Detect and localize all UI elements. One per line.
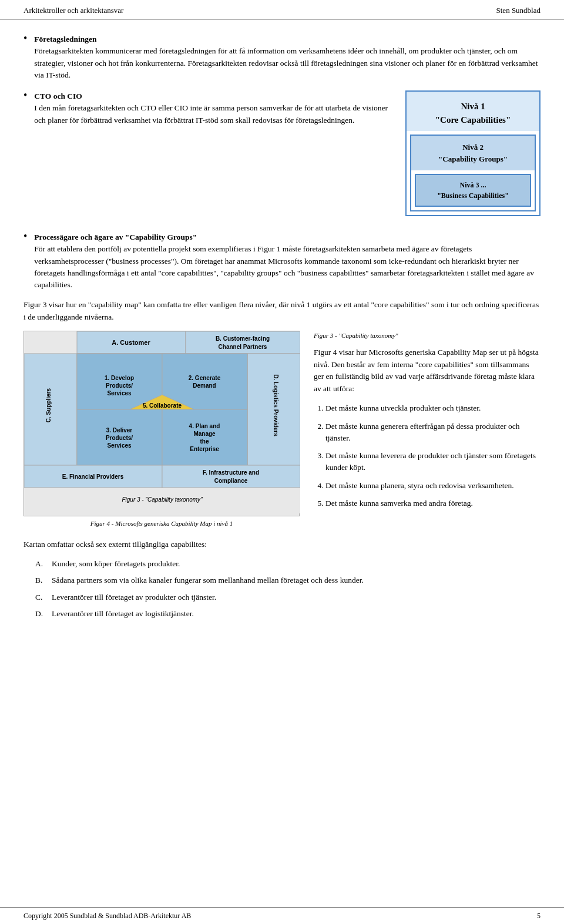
- cto-body: I den mån företagsarkitekten och CTO ell…: [34, 103, 388, 124]
- alpha-label-b: B.: [35, 574, 46, 586]
- fig4-list-item-3: Det måste kunna leverera de produkter oc…: [325, 450, 540, 474]
- svg-text:Enterprise: Enterprise: [190, 446, 219, 452]
- page-footer: Copyright 2005 Sundblad & Sundblad ADB-A…: [0, 908, 564, 924]
- alpha-text-a: Kunder, som köper företagets produkter.: [52, 558, 180, 570]
- svg-text:3. Deliver: 3. Deliver: [106, 427, 133, 434]
- svg-rect-3: [186, 331, 300, 354]
- cap-level3-box: Nivå 3 ... "Business Capabilities": [415, 174, 531, 207]
- kartan-intro: Kartan omfattar också sex externt tillgä…: [24, 539, 540, 551]
- alpha-label-a: A.: [35, 558, 46, 570]
- svg-text:B. Customer-facing: B. Customer-facing: [216, 335, 270, 342]
- bullet-title-1: Företagsledningen: [34, 35, 96, 43]
- alpha-list: A. Kunder, som köper företagets produkte…: [35, 558, 540, 620]
- alpha-item-d: D. Leverantörer till företaget av logist…: [35, 608, 540, 620]
- fig4-list-item-5: Det måste kunna samverka med andra föret…: [325, 498, 540, 509]
- header-right: Sten Sundblad: [496, 6, 540, 15]
- svg-text:5. Collaborate: 5. Collaborate: [143, 402, 182, 409]
- fig4-caption: Figur 4 - Microsofts generiska Capabilit…: [24, 520, 300, 527]
- alpha-item-a: A. Kunder, som köper företagets produkte…: [35, 558, 540, 570]
- svg-text:Manage: Manage: [193, 431, 216, 437]
- fig4-list: Det måste kunna utveckla produkter och t…: [325, 402, 540, 509]
- alpha-label-d: D.: [35, 608, 46, 620]
- capability-taxonomy-diagram: Nivå 1 "Core Capabilities" Nivå 2 "Capab…: [405, 90, 540, 216]
- footer-copyright: Copyright 2005 Sundblad & Sundblad ADB-A…: [24, 912, 191, 920]
- bullet-body-1: Företagsarkitekten kommunicerar med före…: [34, 46, 538, 79]
- svg-text:the: the: [200, 438, 209, 445]
- fig4-list-item-4: Det måste kunna planera, styra och redov…: [325, 480, 540, 492]
- svg-text:A. Customer: A. Customer: [112, 339, 150, 346]
- cap-wrapper-outer: Nivå 1 "Core Capabilities" Nivå 2 "Capab…: [405, 90, 540, 216]
- alpha-text-c: Leverantörer till företaget av produkter…: [52, 592, 216, 603]
- bullet-text-3: Processägare och ägare av "Capability Gr…: [34, 231, 540, 291]
- svg-text:2. Generate: 2. Generate: [189, 375, 221, 381]
- svg-text:4. Plan and: 4. Plan and: [189, 423, 220, 429]
- bullet-item-1: • Företagsledningen Företagsarkitekten k…: [24, 33, 540, 81]
- svg-text:C. Suppliers: C. Suppliers: [45, 388, 52, 422]
- svg-text:1. Develop: 1. Develop: [105, 375, 134, 381]
- bullet-text-2: CTO och CIO I den mån företagsarkitekten…: [34, 90, 540, 226]
- bullet-dot-3: •: [24, 230, 27, 243]
- cap-level1-label: Nivå 1 "Core Capabilities": [411, 100, 535, 126]
- svg-text:Products/: Products/: [106, 435, 133, 441]
- svg-text:Figur 3 - "Capability taxonomy: Figur 3 - "Capability taxonomy": [122, 496, 203, 503]
- bullet-dot-1: •: [24, 32, 27, 45]
- cto-title: CTO och CIO: [34, 92, 82, 100]
- footer-page: 5: [537, 912, 540, 920]
- cto-left: CTO och CIO I den mån företagsarkitekten…: [34, 90, 391, 216]
- bullet-dot-2: •: [24, 89, 27, 102]
- fig4-list-item-1: Det måste kunna utveckla produkter och t…: [325, 402, 540, 414]
- cto-section: CTO och CIO I den mån företagsarkitekten…: [34, 90, 540, 216]
- svg-text:Compliance: Compliance: [214, 478, 248, 484]
- fig3-caption: Figur 3 - "Capability taxonomy": [314, 331, 540, 341]
- process-body: För att etablera den portfölj av potenti…: [34, 244, 534, 289]
- page-header: Arkitektroller och arkitektansvar Sten S…: [0, 0, 564, 19]
- cap-level2-label: Nivå 2 "Capability Groups": [416, 142, 530, 164]
- capability-map-svg: A. Customer B. Customer-facing Channel P…: [24, 331, 300, 513]
- main-content: • Företagsledningen Företagsarkitekten k…: [0, 19, 564, 661]
- section-foretagsledningen: • Företagsledningen Företagsarkitekten k…: [24, 33, 540, 81]
- cap-level3-label: Nivå 3 ... "Business Capabilities": [421, 180, 525, 201]
- fig4-list-item-2: Det måste kunna generera efterfrågan på …: [325, 421, 540, 445]
- svg-text:D. Logistics Providers: D. Logistics Providers: [273, 374, 279, 436]
- figure4-section: A. Customer B. Customer-facing Channel P…: [24, 331, 540, 527]
- svg-text:Demand: Demand: [193, 382, 216, 389]
- svg-text:Services: Services: [107, 442, 132, 449]
- svg-text:Products/: Products/: [106, 382, 133, 389]
- svg-rect-24: [162, 409, 247, 465]
- cap-level2-box: Nivå 2 "Capability Groups" Nivå 3 ... "B…: [410, 135, 536, 211]
- header-left: Arkitektroller och arkitektansvar: [24, 6, 123, 15]
- svg-rect-31: [162, 465, 300, 488]
- svg-text:Channel Partners: Channel Partners: [219, 344, 267, 350]
- bullet-text-1: Företagsledningen Företagsarkitekten kom…: [34, 33, 540, 81]
- alpha-label-c: C.: [35, 592, 46, 603]
- bullet-item-2: • CTO och CIO I den mån företagsarkitekt…: [24, 90, 540, 226]
- svg-text:F. Infrastructure and: F. Infrastructure and: [203, 469, 259, 476]
- svg-text:Services: Services: [107, 390, 132, 397]
- fig3-paragraph: Figur 3 visar hur en "capability map" ka…: [24, 299, 540, 324]
- process-title: Processägare och ägare av "Capability Gr…: [34, 233, 197, 241]
- alpha-text-d: Leverantörer till företaget av logistikt…: [52, 608, 194, 620]
- capability-map-container: A. Customer B. Customer-facing Channel P…: [24, 331, 300, 516]
- alpha-text-b: Sådana partners som via olika kanaler fu…: [52, 574, 364, 586]
- svg-text:E. Financial Providers: E. Financial Providers: [62, 473, 124, 480]
- alpha-item-b: B. Sådana partners som via olika kanaler…: [35, 574, 540, 586]
- alpha-item-c: C. Leverantörer till företaget av produk…: [35, 592, 540, 603]
- figure4-right: Figur 3 - "Capability taxonomy" Figur 4 …: [314, 331, 540, 518]
- fig4-intro: Figur 4 visar hur Microsofts generiska C…: [314, 347, 540, 396]
- bullet-item-3: • Processägare och ägare av "Capability …: [24, 231, 540, 291]
- figure4-left: A. Customer B. Customer-facing Channel P…: [24, 331, 300, 527]
